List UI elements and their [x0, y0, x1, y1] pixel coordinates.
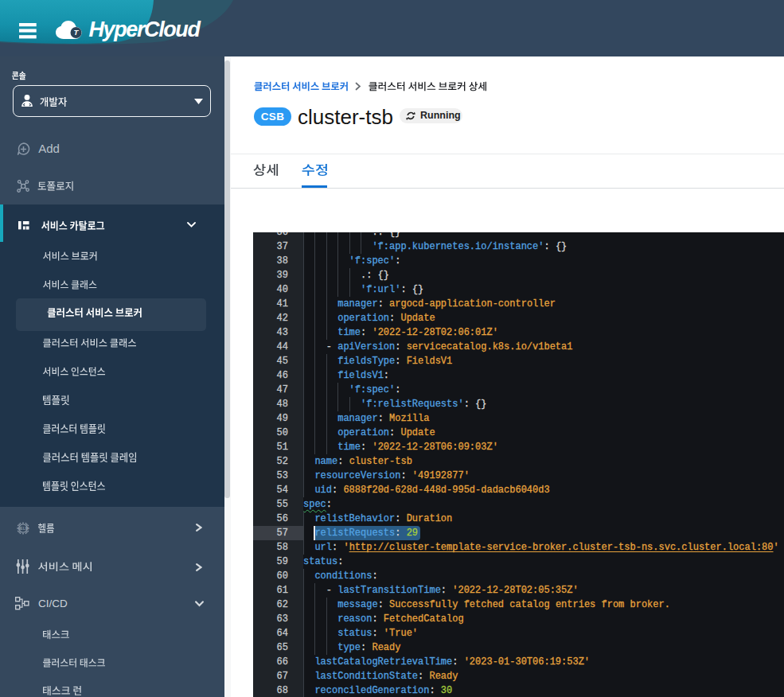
svg-text:HELM: HELM — [18, 527, 29, 531]
